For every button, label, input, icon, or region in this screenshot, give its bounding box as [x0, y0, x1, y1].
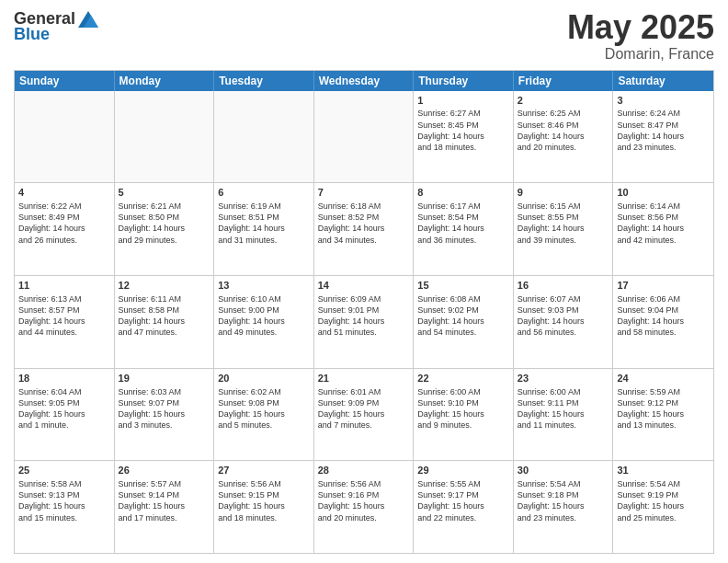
cell-info: Sunrise: 6:09 AM — [318, 293, 410, 304]
calendar-cell: 28Sunrise: 5:56 AMSunset: 9:16 PMDayligh… — [314, 461, 415, 553]
cell-info: Daylight: 15 hours — [18, 408, 110, 419]
cell-info: Sunrise: 6:21 AM — [119, 201, 210, 212]
cell-info: Daylight: 15 hours — [617, 500, 710, 511]
day-number: 7 — [318, 186, 410, 200]
cell-info: Daylight: 14 hours — [617, 316, 710, 327]
cell-info: Sunrise: 6:11 AM — [119, 293, 210, 304]
cell-info: and 42 minutes. — [617, 235, 710, 246]
day-number: 8 — [417, 186, 509, 200]
cell-info: Sunrise: 6:00 AM — [518, 386, 609, 397]
calendar-week-3: 11Sunrise: 6:13 AMSunset: 8:57 PMDayligh… — [15, 275, 713, 368]
calendar-cell — [314, 91, 415, 183]
cell-info: Sunrise: 5:54 AM — [518, 478, 609, 489]
calendar-week-4: 18Sunrise: 6:04 AMSunset: 9:05 PMDayligh… — [15, 368, 713, 461]
calendar-cell — [15, 91, 115, 183]
header-day-tuesday: Tuesday — [214, 71, 314, 91]
cell-info: and 5 minutes. — [218, 419, 310, 431]
cell-info: Sunset: 9:13 PM — [18, 489, 110, 500]
day-number: 31 — [617, 464, 710, 477]
day-number: 19 — [119, 372, 210, 385]
calendar-cell: 18Sunrise: 6:04 AMSunset: 9:05 PMDayligh… — [15, 369, 115, 461]
calendar-cell: 14Sunrise: 6:09 AMSunset: 9:01 PMDayligh… — [314, 276, 415, 368]
header-day-wednesday: Wednesday — [314, 71, 415, 91]
cell-info: Daylight: 15 hours — [417, 408, 509, 419]
calendar-cell: 9Sunrise: 6:15 AMSunset: 8:55 PMDaylight… — [514, 183, 614, 275]
cell-info: Daylight: 14 hours — [18, 316, 110, 327]
cell-info: Sunset: 8:46 PM — [518, 120, 609, 131]
cell-info: and 44 minutes. — [18, 327, 110, 338]
day-number: 25 — [18, 464, 110, 477]
day-number: 22 — [417, 372, 509, 385]
cell-info: Sunset: 9:11 PM — [518, 397, 609, 408]
calendar-cell: 12Sunrise: 6:11 AMSunset: 8:58 PMDayligh… — [115, 276, 215, 368]
calendar-cell: 27Sunrise: 5:56 AMSunset: 9:15 PMDayligh… — [214, 461, 314, 553]
cell-info: Sunset: 9:07 PM — [119, 397, 210, 408]
calendar-cell: 30Sunrise: 5:54 AMSunset: 9:18 PMDayligh… — [514, 461, 614, 553]
cell-info: and 18 minutes. — [218, 512, 310, 523]
cell-info: Daylight: 15 hours — [518, 408, 609, 419]
page: General Blue May 2025 Domarin, France Su… — [0, 0, 728, 563]
cell-info: Daylight: 14 hours — [119, 316, 210, 327]
header-day-saturday: Saturday — [613, 71, 713, 91]
header-day-sunday: Sunday — [15, 71, 115, 91]
cell-info: Sunrise: 5:56 AM — [218, 478, 310, 489]
cell-info: and 20 minutes. — [518, 142, 609, 153]
subtitle: Domarin, France — [567, 46, 714, 63]
logo-icon — [78, 11, 98, 28]
day-number: 18 — [18, 372, 110, 385]
cell-info: Sunset: 9:08 PM — [218, 397, 310, 408]
day-number: 12 — [119, 279, 210, 293]
cell-info: Sunset: 9:01 PM — [318, 304, 410, 316]
cell-info: Sunrise: 5:54 AM — [617, 478, 710, 489]
cell-info: Sunset: 9:18 PM — [518, 489, 609, 500]
title-block: May 2025 Domarin, France — [567, 9, 714, 63]
cell-info: Sunrise: 6:01 AM — [318, 386, 410, 397]
calendar-body: 1Sunrise: 6:27 AMSunset: 8:45 PMDaylight… — [15, 91, 713, 553]
cell-info: Daylight: 14 hours — [417, 131, 509, 142]
cell-info: Sunrise: 6:04 AM — [18, 386, 110, 397]
cell-info: Sunset: 9:03 PM — [518, 304, 609, 316]
cell-info: and 9 minutes. — [417, 419, 509, 431]
header-day-friday: Friday — [514, 71, 614, 91]
calendar-week-2: 4Sunrise: 6:22 AMSunset: 8:49 PMDaylight… — [15, 182, 713, 275]
cell-info: Sunset: 8:49 PM — [18, 212, 110, 223]
cell-info: Sunset: 8:54 PM — [417, 212, 509, 223]
cell-info: and 34 minutes. — [318, 235, 410, 246]
calendar-cell — [214, 91, 314, 183]
calendar-cell: 17Sunrise: 6:06 AMSunset: 9:04 PMDayligh… — [613, 276, 713, 368]
calendar-cell: 24Sunrise: 5:59 AMSunset: 9:12 PMDayligh… — [613, 369, 713, 461]
cell-info: and 7 minutes. — [318, 419, 410, 431]
day-number: 6 — [218, 186, 310, 200]
cell-info: Sunset: 9:00 PM — [218, 304, 310, 316]
cell-info: Daylight: 14 hours — [518, 131, 609, 142]
cell-info: Daylight: 14 hours — [318, 223, 410, 234]
cell-info: Daylight: 14 hours — [417, 316, 509, 327]
calendar-cell: 3Sunrise: 6:24 AMSunset: 8:47 PMDaylight… — [613, 91, 713, 183]
cell-info: and 1 minute. — [18, 419, 110, 431]
cell-info: Daylight: 15 hours — [218, 408, 310, 419]
calendar-cell: 6Sunrise: 6:19 AMSunset: 8:51 PMDaylight… — [214, 183, 314, 275]
cell-info: Sunset: 9:15 PM — [218, 489, 310, 500]
calendar-cell: 26Sunrise: 5:57 AMSunset: 9:14 PMDayligh… — [115, 461, 215, 553]
calendar-cell: 31Sunrise: 5:54 AMSunset: 9:19 PMDayligh… — [613, 461, 713, 553]
cell-info: and 29 minutes. — [119, 235, 210, 246]
cell-info: Sunrise: 6:03 AM — [119, 386, 210, 397]
cell-info: Sunrise: 6:24 AM — [617, 108, 710, 119]
cell-info: Sunset: 9:10 PM — [417, 397, 509, 408]
cell-info: Daylight: 15 hours — [417, 500, 509, 511]
cell-info: and 17 minutes. — [119, 512, 210, 523]
cell-info: and 3 minutes. — [119, 419, 210, 431]
cell-info: Daylight: 14 hours — [518, 316, 609, 327]
cell-info: and 15 minutes. — [18, 512, 110, 523]
cell-info: Sunrise: 6:13 AM — [18, 293, 110, 304]
cell-info: Sunset: 8:56 PM — [617, 212, 710, 223]
cell-info: Sunrise: 6:06 AM — [617, 293, 710, 304]
cell-info: Sunrise: 5:59 AM — [617, 386, 710, 397]
cell-info: and 47 minutes. — [119, 327, 210, 338]
day-number: 27 — [218, 464, 310, 477]
day-number: 29 — [417, 464, 509, 477]
cell-info: Daylight: 14 hours — [417, 223, 509, 234]
cell-info: Sunrise: 6:02 AM — [218, 386, 310, 397]
calendar-cell: 20Sunrise: 6:02 AMSunset: 9:08 PMDayligh… — [214, 369, 314, 461]
cell-info: Sunset: 8:57 PM — [18, 304, 110, 316]
